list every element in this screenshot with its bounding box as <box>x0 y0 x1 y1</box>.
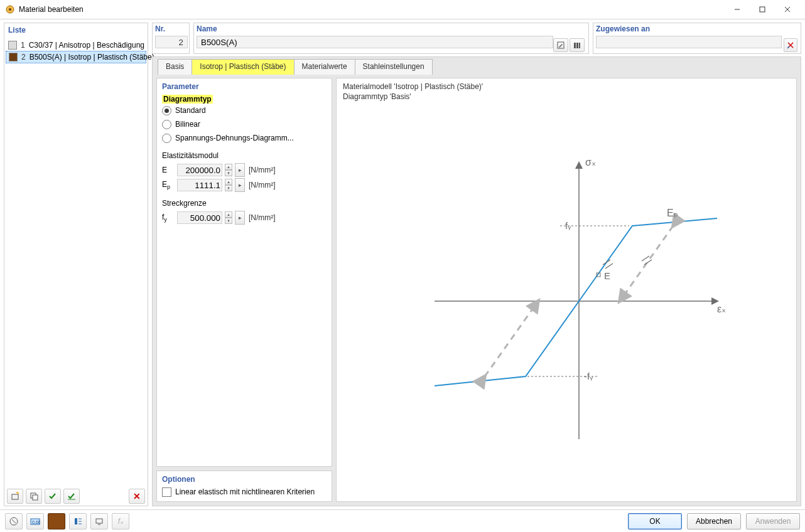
options-box: Optionen Linear elastisch mit nichtlinea… <box>156 471 332 502</box>
svg-rect-12 <box>574 43 576 48</box>
minimize-button[interactable] <box>725 1 750 18</box>
radio-icon <box>162 120 171 129</box>
ep-symbol: Ep <box>162 180 175 190</box>
svg-line-23 <box>642 256 649 261</box>
ok-button[interactable]: OK <box>628 513 682 529</box>
list-title: Liste <box>4 23 148 40</box>
name-label: Name <box>197 24 586 36</box>
radio-icon <box>162 106 171 115</box>
svg-text:Eₚ: Eₚ <box>667 208 678 218</box>
assigned-label: Zugewiesen an <box>596 24 798 36</box>
svg-line-20 <box>485 301 538 376</box>
dialog-footer: 0,00 fₓ OK Abbrechen Anwenden <box>0 509 805 532</box>
ep-spinner[interactable]: ▲▼ <box>225 179 232 191</box>
diagram-line2: Diagrammtyp 'Basis' <box>343 92 790 102</box>
fy-input[interactable] <box>177 211 222 224</box>
fy-symbol: fy <box>162 213 175 223</box>
maximize-button[interactable] <box>750 1 775 18</box>
check-green-alt-button[interactable] <box>63 489 80 504</box>
radio-label: Standard <box>175 106 206 115</box>
list-item[interactable]: 1 C30/37 | Anisotrop | Beschädigung <box>6 40 146 51</box>
new-item-button[interactable]: * <box>7 489 23 504</box>
diagram-panel: Materialmodell 'Isotrop | Plastisch (Stä… <box>336 78 797 502</box>
checkbox-label: Linear elastisch mit nichtlinearen Krite… <box>175 487 315 496</box>
nr-label: Nr. <box>155 24 186 36</box>
radio-label: Bilinear <box>175 120 200 129</box>
material-swatch-icon <box>9 53 18 61</box>
svg-text:0,00: 0,00 <box>32 520 40 524</box>
tab-materialwerte[interactable]: Materialwerte <box>294 59 355 75</box>
svg-line-24 <box>644 260 652 265</box>
linear-elastic-checkbox[interactable]: Linear elastisch mit nichtlinearen Krite… <box>162 485 327 499</box>
titlebar: Material bearbeiten <box>0 0 805 19</box>
list-item[interactable]: 2 B500S(A) | Isotrop | Plastisch (Stäbe) <box>6 51 146 63</box>
e-input[interactable] <box>177 164 222 176</box>
delete-item-button[interactable]: ✕ <box>129 489 145 504</box>
units-button[interactable]: 0,00 <box>26 513 44 529</box>
fy-arrow-icon[interactable]: ▸ <box>235 211 245 225</box>
section-button[interactable] <box>69 513 87 529</box>
svg-text:fᵧ: fᵧ <box>565 220 571 231</box>
copy-item-button[interactable] <box>26 489 42 504</box>
screen-button[interactable] <box>90 513 108 529</box>
close-button[interactable] <box>775 1 800 18</box>
e-arrow-icon[interactable]: ▸ <box>235 163 245 177</box>
radio-icon <box>162 134 171 143</box>
e-symbol: E <box>162 166 175 174</box>
parameter-title: Parameter <box>162 81 327 95</box>
radio-bilinear[interactable]: Bilinear <box>162 117 327 131</box>
ep-arrow-icon[interactable]: ▸ <box>235 178 245 192</box>
svg-text:-fᵧ: -fᵧ <box>584 371 593 381</box>
radio-stress-strain[interactable]: Spannungs-Dehnungs-Diagramm... <box>162 131 327 145</box>
svg-rect-36 <box>75 518 77 524</box>
list-item-index: 2 <box>21 53 26 61</box>
e-spinner[interactable]: ▲▼ <box>225 164 232 176</box>
clear-assigned-icon[interactable] <box>784 38 797 52</box>
material-list[interactable]: 1 C30/37 | Anisotrop | Beschädigung 2 B5… <box>4 40 148 486</box>
edit-name-icon[interactable] <box>553 38 568 52</box>
nr-input[interactable] <box>155 36 188 48</box>
tab-strip: Basis Isotrop | Plastisch (Stäbe) Materi… <box>153 57 801 74</box>
help-button[interactable] <box>5 513 23 529</box>
parameter-box: Parameter Diagrammtyp Standard Bilinear <box>156 78 332 467</box>
list-panel: Liste 1 C30/37 | Anisotrop | Beschädigun… <box>4 23 148 506</box>
tab-basis[interactable]: Basis <box>158 59 192 75</box>
name-input[interactable] <box>197 36 553 48</box>
tab-isotrop-plastisch[interactable]: Isotrop | Plastisch (Stäbe) <box>192 59 294 75</box>
svg-text:εₓ: εₓ <box>717 304 726 314</box>
app-icon <box>5 4 15 14</box>
streckgrenze-label: Streckgrenze <box>162 199 327 208</box>
svg-rect-13 <box>576 43 578 48</box>
list-item-label: C30/37 | Anisotrop | Beschädigung <box>29 41 144 50</box>
fx-button[interactable]: fₓ <box>112 513 129 529</box>
check-green-button[interactable] <box>45 489 61 504</box>
unit-label: [N/mm²] <box>249 166 276 174</box>
diagrammtyp-label: Diagrammtyp <box>162 95 213 104</box>
library-icon[interactable] <box>570 38 585 52</box>
svg-rect-3 <box>760 7 765 12</box>
color-button[interactable] <box>48 513 65 529</box>
assigned-input[interactable] <box>596 36 782 48</box>
fy-spinner[interactable]: ▲▼ <box>225 211 232 224</box>
svg-text:σₓ: σₓ <box>585 157 596 168</box>
tabs-panel: Basis Isotrop | Plastisch (Stäbe) Materi… <box>152 56 801 506</box>
list-item-label: B500S(A) | Isotrop | Plastisch (Stäbe) <box>30 53 154 61</box>
window-title: Material bearbeiten <box>19 5 84 14</box>
radio-standard[interactable]: Standard <box>162 104 327 117</box>
cancel-button[interactable]: Abbrechen <box>687 513 741 529</box>
diagram-line1: Materialmodell 'Isotrop | Plastisch (Stä… <box>343 82 790 92</box>
unit-label: [N/mm²] <box>249 181 276 189</box>
svg-point-1 <box>9 8 11 11</box>
ep-input[interactable] <box>177 179 222 191</box>
svg-line-21 <box>603 260 610 265</box>
tab-stahleinstellungen[interactable]: Stahleinstellungen <box>355 59 433 75</box>
stress-strain-chart: σₓ εₓ fᵧ -fᵧ E Eₚ <box>403 151 730 452</box>
assigned-panel: Zugewiesen an <box>593 23 801 54</box>
nr-panel: Nr. <box>152 23 190 54</box>
material-swatch-icon <box>8 41 17 50</box>
checkbox-icon <box>162 487 171 497</box>
svg-rect-37 <box>96 519 102 523</box>
svg-text:E: E <box>604 270 610 281</box>
options-title: Optionen <box>162 474 327 485</box>
apply-button[interactable]: Anwenden <box>746 513 800 529</box>
